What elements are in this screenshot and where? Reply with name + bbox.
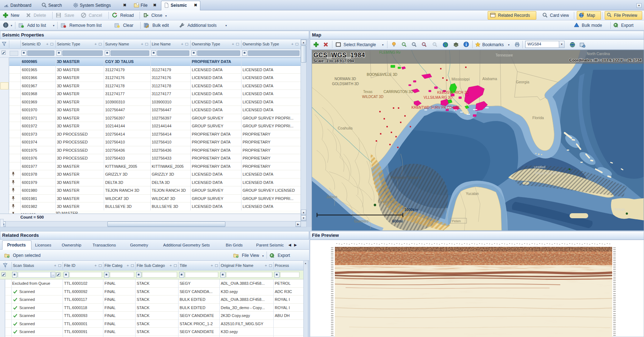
svg-text:Mexico Cit: Mexico Cit — [378, 200, 395, 204]
svg-text:Scale: 1 to 18,917,094: Scale: 1 to 18,917,094 — [313, 59, 354, 63]
svg-text:Peten: Peten — [452, 219, 461, 223]
svg-text:Jalisco: Jalisco — [326, 195, 337, 199]
svg-text:VLLSILMA RG 3D: VLLSILMA RG 3D — [424, 96, 453, 99]
svg-text:BOONESVILLE 3D: BOONESVILLE 3D — [367, 73, 397, 77]
svg-text:Untitled: Untitled — [534, 165, 545, 169]
svg-text:GCS_WGS_1984: GCS_WGS_1984 — [313, 52, 365, 59]
svg-text:GOLDSMITH 3D: GOLDSMITH 3D — [332, 82, 359, 86]
svg-text:WILDCAT 3D: WILDCAT 3D — [362, 95, 384, 99]
svg-text:NORMAN 3D: NORMAN 3D — [335, 77, 356, 81]
svg-text:CARRINGTON 3D: CARRINGTON 3D — [384, 90, 413, 94]
svg-text:Guerrero: Guerrero — [354, 219, 369, 223]
svg-text:Georgia: Georgia — [516, 80, 530, 84]
svg-text:Florida: Florida — [532, 116, 544, 120]
svg-text:KRENTWD SURV PK D3 GML: KRENTWD SURV PK D3 GML — [411, 106, 460, 109]
svg-text:Coahuila: Coahuila — [338, 126, 353, 130]
svg-text:Perimeter Tumari 4: Perimeter Tumari 4 — [391, 176, 421, 180]
svg-text:Mississippi: Mississippi — [452, 77, 470, 81]
svg-text:Texas: Texas — [363, 90, 372, 94]
svg-text:Tennessee: Tennessee — [496, 53, 513, 57]
svg-text:Playa No 2 Block: Playa No 2 Block — [535, 171, 561, 175]
svg-text:North Carolina: North Carolina — [587, 52, 610, 56]
svg-text:FLEMING Rv: FLEMING Rv — [379, 50, 400, 54]
svg-text:Yucatan: Yucatan — [466, 192, 479, 196]
svg-text:Alabama: Alabama — [482, 77, 497, 81]
svg-text:Coordinates: X = 103.6.122: Coordinates: X = 103.6.122 Y = 26.1734 — [569, 58, 642, 62]
svg-text:1000km: 1000km — [404, 207, 418, 212]
svg-text:Tortuga: Tortuga — [614, 207, 625, 211]
svg-text:KEEDSVL RICH 3D: KEEDSVL RICH 3D — [437, 91, 469, 94]
svg-text:600mi: 600mi — [392, 219, 403, 223]
